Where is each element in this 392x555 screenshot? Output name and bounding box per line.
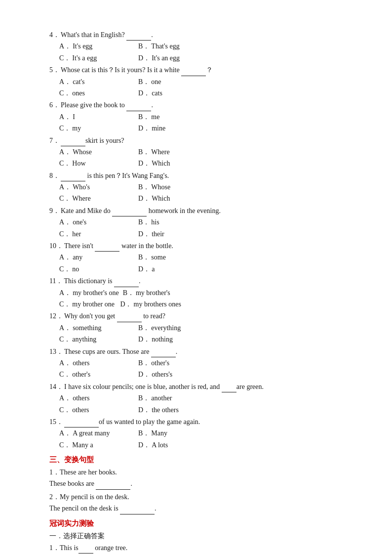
q4-optC: C．It's a egg — [59, 53, 138, 64]
q7-optD: D．Which — [138, 158, 217, 169]
q9-blank — [112, 210, 147, 216]
q8-blank — [61, 174, 85, 181]
q7-options2: C．How D．Which — [59, 158, 353, 169]
q13-optD: D．others's — [138, 369, 217, 380]
content-area: 4． What's that in English? . A．It's egg … — [49, 30, 353, 554]
section4-header: 冠词实力测验 一．选择正确答案 — [49, 517, 353, 542]
q9-text: Kate and Mike do homework in the evening… — [61, 206, 221, 216]
q5-number: 5． — [49, 65, 60, 76]
q7-optC: C．How — [59, 158, 138, 169]
q6-number: 6． — [49, 100, 60, 111]
q11-optC: C．my brother one — [59, 299, 115, 310]
q5-optB: B．one — [138, 77, 217, 87]
q9-optC: C．her — [59, 229, 138, 240]
q10-optB: B．some — [138, 252, 217, 263]
q9-options: A．one's B．his — [59, 217, 353, 228]
q12-options: A．something B．everything — [59, 323, 353, 334]
q11-text: This dictionary is . — [64, 276, 140, 287]
s3q2-blank — [120, 508, 155, 514]
q6-options2: C．my D．mine — [59, 123, 353, 134]
q5-options2: C．ones D．cats — [59, 88, 353, 99]
q14-optB: B．another — [138, 393, 217, 404]
q5-options: A．cat's B．one — [59, 77, 353, 87]
q8-options: A．Who's B．Whose — [59, 182, 353, 193]
q4-number: 4． — [49, 30, 60, 41]
q12-number: 12． — [49, 311, 63, 322]
question-5: 5． Whose cat is this？Is it yours? Is it … — [49, 65, 353, 99]
q9-optA: A．one's — [59, 217, 138, 228]
q10-options: A．any B．some — [59, 252, 353, 263]
q9-options2: C．her D．their — [59, 229, 353, 240]
question-7: 7． skirt is yours? A．Whose B．Where C．How… — [49, 135, 353, 170]
q7-optA: A．Whose — [59, 147, 138, 158]
q15-optD: D．A lots — [138, 440, 217, 451]
section3-title: 三、变换句型 — [49, 454, 353, 466]
q8-optC: C．Where — [59, 193, 138, 204]
q12-optC: C．anything — [59, 334, 138, 345]
q5-optD: D．cats — [138, 88, 217, 99]
q14-text: I have six colour pencils; one is blue, … — [64, 382, 264, 392]
q6-optA: A．I — [59, 112, 138, 123]
q6-optC: C．my — [59, 123, 138, 134]
q7-number: 7． — [49, 135, 60, 146]
s3q2-original: 2．My pencil is on the desk. — [49, 492, 353, 503]
q11-number: 11． — [49, 276, 63, 287]
q10-optA: A．any — [59, 252, 138, 263]
q15-optB: B．Many — [138, 428, 217, 439]
q9-number: 9． — [49, 206, 60, 216]
q5-optA: A．cat's — [59, 77, 138, 87]
q10-optD: D．a — [138, 264, 217, 275]
question-14: 14． I have six colour pencils; one is bl… — [49, 382, 353, 416]
q8-text: is this pen？It's Wang Fang's. — [61, 171, 169, 181]
q7-blank — [61, 139, 85, 146]
q7-text: skirt is yours? — [61, 135, 124, 146]
q4-optA: A．It's egg — [59, 41, 138, 52]
q8-number: 8． — [49, 171, 60, 181]
q13-optB: B．other's — [138, 358, 217, 369]
q13-options2: C．other's D．others's — [59, 369, 353, 380]
section4-q1: 1．This is orange tree. — [49, 543, 353, 554]
question-13: 13． These cups are ours. Those are . A．o… — [49, 346, 353, 381]
q13-blank — [151, 350, 176, 357]
q14-options2: C．others D．the others — [59, 405, 353, 416]
s3q1-original: 1．These are her books. — [49, 467, 353, 478]
q6-blank — [126, 104, 151, 111]
q11-optD: D．my brothers ones — [118, 299, 181, 310]
q4-options: A．It's egg B．That's egg — [59, 41, 353, 52]
q13-number: 13． — [49, 346, 63, 357]
q4-optD: D．It's an egg — [138, 53, 217, 64]
q4-blank — [126, 34, 151, 41]
q10-text: There isn't water in the bottle. — [64, 241, 173, 252]
section4-subtitle: 一．选择正确答案 — [49, 531, 353, 542]
section3-q1: 1．These are her books. These books are . — [49, 467, 353, 490]
q8-optD: D．Which — [138, 193, 217, 204]
q8-optA: A．Who's — [59, 182, 138, 193]
q14-number: 14． — [49, 382, 63, 392]
q14-optD: D．the others — [138, 405, 217, 416]
q10-options2: C．no D．a — [59, 264, 353, 275]
q14-options: A．others B．another — [59, 393, 353, 404]
q6-optB: B．me — [138, 112, 217, 123]
q12-optD: D．nothing — [138, 334, 217, 345]
question-11: 11． This dictionary is . A．my brother's … — [49, 276, 353, 310]
s4q1-blank — [78, 547, 93, 554]
q4-text: What's that in English? . — [61, 30, 153, 41]
s4q1-text: 1．This is orange tree. — [49, 543, 353, 554]
q8-optB: B．Whose — [138, 182, 217, 193]
q11-blank — [114, 280, 139, 287]
q9-optB: B．his — [138, 217, 217, 228]
q15-optC: C．Many a — [59, 440, 138, 451]
q8-options2: C．Where D．Which — [59, 193, 353, 204]
question-8: 8． is this pen？It's Wang Fang's. A．Who's… — [49, 171, 353, 205]
q6-options: A．I B．me — [59, 112, 353, 123]
q13-text: These cups are ours. Those are . — [64, 346, 177, 357]
q12-optA: A．something — [59, 323, 138, 334]
question-6: 6． Please give the book to . A．I B．me C．… — [49, 100, 353, 134]
q10-optC: C．no — [59, 264, 138, 275]
q5-text: Whose cat is this？Is it yours? Is it a w… — [61, 65, 213, 76]
s3q1-blank — [96, 483, 130, 490]
q14-blank — [222, 385, 236, 392]
q15-number: 15． — [49, 417, 63, 427]
section3-header: 三、变换句型 — [49, 454, 353, 466]
q12-blank — [117, 315, 142, 322]
